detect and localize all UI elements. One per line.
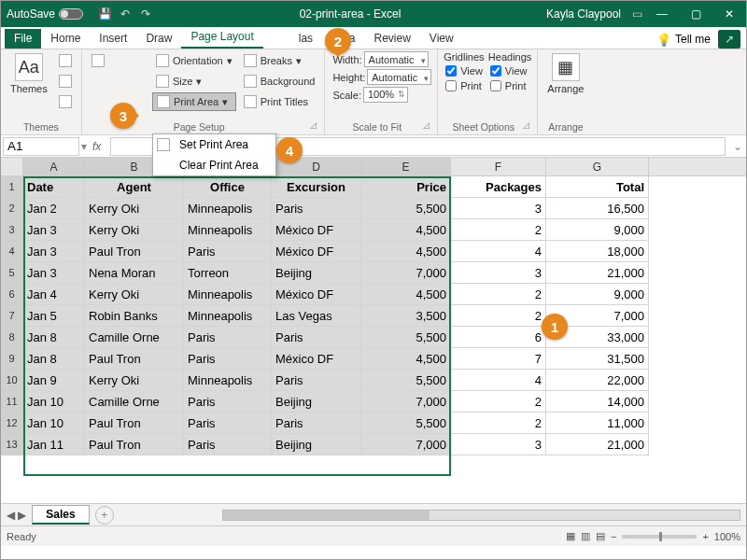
background-button[interactable]: Background	[240, 72, 319, 91]
row-header[interactable]: 9	[1, 348, 23, 370]
row-header[interactable]: 5	[1, 262, 23, 284]
cell[interactable]: Beijing	[272, 391, 361, 413]
undo-icon[interactable]: ↶	[117, 6, 134, 22]
add-sheet-button[interactable]: +	[95, 506, 114, 525]
tab-review[interactable]: Review	[364, 29, 419, 49]
cell[interactable]: Packages	[451, 176, 546, 198]
user-name[interactable]: Kayla Claypool	[539, 7, 628, 21]
tell-me[interactable]: Tell me	[675, 33, 711, 46]
row-header[interactable]: 7	[1, 305, 23, 327]
cell[interactable]: Jan 5	[23, 305, 85, 327]
tab-file[interactable]: File	[5, 29, 41, 49]
cell[interactable]: 2	[451, 305, 546, 327]
cell[interactable]: Paris	[184, 241, 272, 262]
cell[interactable]: Paul Tron	[85, 348, 184, 370]
page-setup-launcher[interactable]: ◿	[310, 120, 318, 133]
cell[interactable]: 7,000	[361, 262, 451, 284]
cell[interactable]: 5,500	[361, 327, 451, 348]
zoom-in-button[interactable]: +	[702, 531, 708, 542]
minimize-button[interactable]: —	[645, 1, 679, 27]
cell[interactable]: Paris	[272, 198, 361, 219]
zoom-value[interactable]: 100%	[714, 531, 740, 542]
cell[interactable]: Jan 3	[23, 262, 85, 284]
sheet-tab-sales[interactable]: Sales	[32, 505, 89, 525]
cell[interactable]: 18,000	[546, 241, 649, 262]
share-button[interactable]: ↗	[718, 30, 740, 49]
cell[interactable]: Paris	[184, 348, 272, 370]
fx-icon[interactable]: fx	[87, 140, 106, 153]
cell[interactable]: 4,500	[361, 284, 451, 305]
cell[interactable]: Robin Banks	[85, 305, 184, 327]
cell[interactable]: 2	[451, 413, 546, 434]
print-area-button[interactable]: Print Area ▾	[152, 92, 236, 111]
cell[interactable]: Total	[546, 176, 649, 198]
cell[interactable]: México DF	[272, 284, 361, 305]
cell[interactable]: Paris	[184, 434, 272, 455]
redo-icon[interactable]: ↷	[137, 6, 154, 22]
autosave-toggle[interactable]: AutoSave	[1, 7, 89, 21]
row-header[interactable]: 12	[1, 413, 23, 434]
margins-button[interactable]: Margins	[88, 51, 148, 70]
tab-page-layout[interactable]: Page Layout	[181, 27, 262, 49]
cell[interactable]: 5,500	[361, 198, 451, 219]
col-header-E[interactable]: E	[361, 158, 451, 175]
sheet-nav[interactable]: ◀ ▶	[1, 509, 32, 522]
cell[interactable]: 16,500	[546, 198, 649, 219]
select-all-corner[interactable]	[1, 158, 23, 175]
cell[interactable]: Paul Tron	[85, 413, 184, 434]
cell[interactable]: 7	[451, 348, 546, 370]
cell[interactable]: Kerry Oki	[85, 219, 184, 241]
formula-expand-icon[interactable]: ⌄	[729, 140, 746, 153]
gridlines-print-check[interactable]: Print	[444, 79, 485, 92]
sheet-options-launcher[interactable]: ◿	[523, 120, 531, 133]
view-normal-icon[interactable]: ▦	[566, 530, 575, 542]
horizontal-scrollbar[interactable]	[222, 510, 740, 521]
cell[interactable]: Las Vegas	[272, 305, 361, 327]
save-icon[interactable]: 💾	[96, 6, 113, 22]
cell[interactable]: Kerry Oki	[85, 370, 184, 391]
cell[interactable]: Camille Orne	[85, 391, 184, 413]
row-header[interactable]: 10	[1, 370, 23, 391]
cell[interactable]: Beijing	[272, 262, 361, 284]
cell[interactable]: 5,500	[361, 413, 451, 434]
row-header[interactable]: 6	[1, 284, 23, 305]
close-button[interactable]: ✕	[712, 1, 746, 27]
cell[interactable]: Paul Tron	[85, 241, 184, 262]
cell[interactable]: Agent	[85, 176, 184, 198]
cell[interactable]: 3,500	[361, 305, 451, 327]
tab-formulas-partial[interactable]: las	[263, 29, 322, 49]
scale-launcher[interactable]: ◿	[423, 120, 431, 133]
orientation-button[interactable]: Orientation ▾	[152, 51, 236, 70]
view-layout-icon[interactable]: ▥	[581, 530, 590, 542]
cell[interactable]: Jan 10	[23, 413, 85, 434]
row-header[interactable]: 4	[1, 241, 23, 262]
name-box[interactable]	[3, 137, 79, 156]
clear-print-area-item[interactable]: Clear Print Area	[153, 155, 275, 175]
cell[interactable]: 2	[451, 391, 546, 413]
cell[interactable]: México DF	[272, 219, 361, 241]
col-header-F[interactable]: F	[451, 158, 546, 175]
cell[interactable]: Office	[184, 176, 272, 198]
cell[interactable]: Torreon	[184, 262, 272, 284]
cell[interactable]: Date	[23, 176, 85, 198]
view-break-icon[interactable]: ▤	[596, 530, 605, 542]
set-print-area-item[interactable]: Set Print Area	[153, 134, 275, 155]
tab-insert[interactable]: Insert	[90, 29, 136, 49]
cell[interactable]: Price	[361, 176, 451, 198]
cell[interactable]: Camille Orne	[85, 327, 184, 348]
tab-draw[interactable]: Draw	[136, 29, 181, 49]
cell[interactable]: Jan 8	[23, 348, 85, 370]
cell[interactable]: Jan 10	[23, 391, 85, 413]
cell[interactable]: 4,500	[361, 241, 451, 262]
cell[interactable]: Jan 2	[23, 198, 85, 219]
cell[interactable]: 9,000	[546, 284, 649, 305]
height-combo[interactable]: Automatic	[367, 69, 431, 85]
cell[interactable]: 4	[451, 370, 546, 391]
cell[interactable]: 11,000	[546, 413, 649, 434]
fonts-button[interactable]	[55, 72, 76, 91]
cell[interactable]: Jan 8	[23, 327, 85, 348]
scale-spinner[interactable]: 100%	[363, 87, 408, 103]
cell[interactable]: 9,000	[546, 219, 649, 241]
zoom-out-button[interactable]: −	[611, 531, 616, 542]
cell[interactable]: Jan 3	[23, 219, 85, 241]
